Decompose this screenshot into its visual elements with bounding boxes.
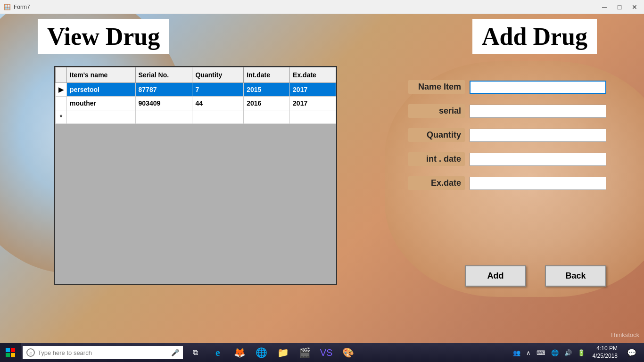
svg-rect-3 <box>11 353 15 357</box>
col-header-intdate: Int.date <box>244 67 290 83</box>
quantity-row: Quantity <box>408 128 606 142</box>
main-content: View Drug Add Drug Item's name Serial No… <box>0 14 644 343</box>
name-item-input[interactable] <box>470 81 606 94</box>
taskbar-apps: e 🦊 🌐 📁 🎬 VS 🎨 <box>207 343 358 362</box>
add-drug-form: Name Item serial Quantity int . date Ex.… <box>408 80 606 200</box>
clock: 4:10 PM 4/25/2018 <box>589 345 621 360</box>
titlebar-left: 🪟 Form7 <box>4 4 30 10</box>
exdate-label: Ex.date <box>408 176 465 190</box>
svg-rect-0 <box>6 348 10 352</box>
svg-rect-2 <box>6 353 10 357</box>
cell-name: persetool <box>67 83 136 97</box>
action-buttons: Add Back <box>465 265 606 287</box>
system-tray: 👥 ∧ ⌨ 🌐 🔊 🔋 4:10 PM 4/25/2018 💬 <box>511 343 644 362</box>
taskbar-app-media[interactable]: 🎬 <box>294 343 315 362</box>
cell-name-new <box>67 110 136 124</box>
network-connections-icon[interactable]: 👥 <box>511 349 522 356</box>
close-button[interactable]: ✕ <box>629 3 640 11</box>
start-button[interactable] <box>0 343 21 362</box>
table-row[interactable]: mouther 903409 44 2016 2017 <box>56 97 336 110</box>
intdate-input[interactable] <box>470 153 606 166</box>
cell-intdate: 2015 <box>244 83 290 97</box>
cell-name: mouther <box>67 97 136 110</box>
col-header-quantity: Quantity <box>192 67 244 83</box>
intdate-label: int . date <box>408 152 465 166</box>
col-header-exdate: Ex.date <box>290 67 336 83</box>
taskbar-app-chrome[interactable]: 🌐 <box>251 343 272 362</box>
task-view-button[interactable]: ⧉ <box>185 343 206 362</box>
serial-row: serial <box>408 104 606 118</box>
titlebar: 🪟 Form7 ─ □ ✕ <box>0 0 644 14</box>
notification-icon: 💬 <box>627 348 636 357</box>
cell-exdate: 2017 <box>290 97 336 110</box>
quantity-input[interactable] <box>470 129 606 142</box>
cell-quantity: 7 <box>192 83 244 97</box>
name-item-label: Name Item <box>408 80 465 94</box>
taskbar-app-vs[interactable]: VS <box>316 343 337 362</box>
taskbar-app-files[interactable]: 📁 <box>272 343 293 362</box>
notification-button[interactable]: 💬 <box>623 343 640 362</box>
name-item-row: Name Item <box>408 80 606 94</box>
taskbar-search[interactable]: ⌕ 🎤 <box>23 346 183 359</box>
serial-input[interactable] <box>470 105 606 118</box>
col-header-serial: Serial No. <box>135 67 192 83</box>
taskbar-app-win[interactable]: 🎨 <box>338 343 358 362</box>
taskbar-app-firefox[interactable]: 🦊 <box>229 343 250 362</box>
cell-intdate: 2016 <box>244 97 290 110</box>
table-row-new[interactable]: * <box>56 110 336 124</box>
titlebar-title: Form7 <box>14 4 30 10</box>
volume-icon[interactable]: 🔊 <box>562 349 574 356</box>
drugs-table: Item's name Serial No. Quantity Int.date… <box>55 67 336 124</box>
titlebar-controls: ─ □ ✕ <box>599 3 640 11</box>
battery-icon[interactable]: 🔋 <box>576 349 587 356</box>
maximize-button[interactable]: □ <box>614 3 625 11</box>
cell-exdate-new <box>290 110 336 124</box>
search-icon: ⌕ <box>26 348 35 357</box>
cell-serial-new <box>135 110 192 124</box>
network-icon[interactable]: 🌐 <box>549 349 561 356</box>
clock-date: 4/25/2018 <box>593 353 618 360</box>
col-header-indicator <box>56 67 67 83</box>
view-drug-title: View Drug <box>38 19 169 54</box>
row-new-indicator: * <box>56 110 67 124</box>
quantity-label: Quantity <box>408 128 465 142</box>
cell-exdate: 2017 <box>290 83 336 97</box>
watermark: Thinkstock <box>610 331 639 338</box>
cell-serial: 903409 <box>135 97 192 110</box>
table-row[interactable]: ▶ persetool 87787 7 2015 2017 <box>56 83 336 97</box>
add-button[interactable]: Add <box>465 265 526 287</box>
cell-quantity: 44 <box>192 97 244 110</box>
cell-quantity-new <box>192 110 244 124</box>
chevron-up-icon[interactable]: ∧ <box>524 349 533 356</box>
taskbar-app-ie[interactable]: e <box>207 343 228 362</box>
exdate-input[interactable] <box>470 177 606 190</box>
clock-time: 4:10 PM <box>593 345 618 353</box>
cell-intdate-new <box>244 110 290 124</box>
row-indicator <box>56 97 67 110</box>
serial-label: serial <box>408 104 465 118</box>
back-button[interactable]: Back <box>545 265 606 287</box>
exdate-row: Ex.date <box>408 176 606 190</box>
search-input[interactable] <box>38 349 168 356</box>
minimize-button[interactable]: ─ <box>599 3 610 11</box>
microphone-icon[interactable]: 🎤 <box>171 349 179 356</box>
taskbar: ⌕ 🎤 ⧉ e 🦊 🌐 📁 🎬 VS 🎨 👥 ∧ <box>0 343 644 362</box>
add-drug-title: Add Drug <box>472 19 597 54</box>
row-indicator: ▶ <box>56 83 67 97</box>
intdate-row: int . date <box>408 152 606 166</box>
keyboard-icon[interactable]: ⌨ <box>535 349 547 356</box>
col-header-name: Item's name <box>67 67 136 83</box>
app-icon: 🪟 <box>4 4 11 10</box>
table-container: Item's name Serial No. Quantity Int.date… <box>54 66 337 285</box>
svg-rect-1 <box>11 348 15 352</box>
cell-serial: 87787 <box>135 83 192 97</box>
